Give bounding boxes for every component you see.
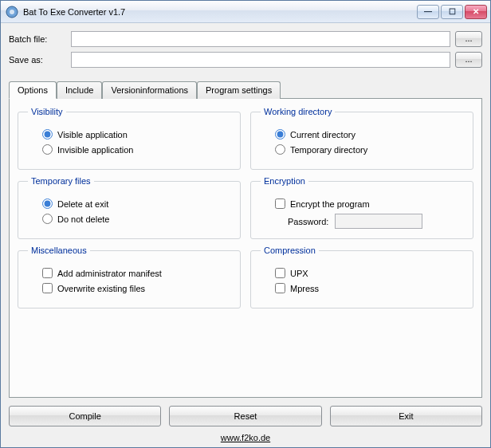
- radio-temp-dir-label: Temporary directory: [290, 145, 367, 155]
- check-upx-row[interactable]: UPX: [275, 268, 463, 278]
- check-admin-row[interactable]: Add administrator manifest: [42, 268, 230, 278]
- radio-visible-label: Visible application: [57, 130, 128, 140]
- group-workdir: Working directory Current directory Temp…: [250, 107, 473, 170]
- radio-current-dir[interactable]: [275, 129, 285, 140]
- radio-current-dir-label: Current directory: [290, 130, 355, 140]
- radio-keep-label: Do not delete: [57, 214, 109, 224]
- radio-delete-exit[interactable]: [42, 198, 53, 209]
- batch-file-label: Batch file:: [9, 34, 71, 44]
- radio-keep[interactable]: [42, 214, 53, 224]
- password-label: Password:: [288, 217, 328, 226]
- batch-file-input[interactable]: [71, 31, 450, 47]
- footer-link[interactable]: www.f2ko.de: [221, 433, 270, 442]
- window-title: Bat To Exe Converter v1.7: [23, 7, 417, 17]
- legend-visibility: Visibility: [28, 107, 66, 116]
- app-icon: [6, 6, 18, 18]
- bottom-buttons: Compile Reset Exit: [9, 406, 482, 426]
- tab-include[interactable]: Include: [57, 81, 102, 99]
- maximize-icon: ☐: [449, 8, 456, 16]
- radio-current-dir-row[interactable]: Current directory: [275, 129, 463, 140]
- group-tempfiles: Temporary files Delete at exit Do not de…: [18, 176, 241, 239]
- legend-compression: Compression: [261, 246, 319, 255]
- batch-file-browse-button[interactable]: ...: [455, 31, 482, 47]
- password-input[interactable]: [335, 214, 422, 229]
- minimize-icon: —: [424, 8, 432, 16]
- compile-button[interactable]: Compile: [9, 406, 161, 426]
- legend-encryption: Encryption: [261, 176, 308, 186]
- check-admin[interactable]: [42, 268, 53, 278]
- tab-program-settings[interactable]: Program settings: [197, 81, 281, 99]
- radio-visible[interactable]: [42, 129, 53, 140]
- check-overwrite[interactable]: [42, 283, 53, 293]
- window-controls: — ☐ ✕: [417, 5, 487, 19]
- password-row: Password:: [288, 214, 463, 229]
- radio-delete-exit-label: Delete at exit: [57, 199, 108, 209]
- close-icon: ✕: [473, 8, 479, 16]
- reset-button[interactable]: Reset: [169, 406, 321, 426]
- check-encrypt-row[interactable]: Encrypt the program: [275, 198, 463, 209]
- radio-invisible-row[interactable]: Invisible application: [42, 144, 230, 155]
- group-misc: Miscellaneous Add administrator manifest…: [18, 246, 241, 308]
- tabstrip: Options Include Versioninformations Prog…: [9, 81, 482, 98]
- save-as-input[interactable]: [71, 52, 450, 68]
- tab-versioninfo[interactable]: Versioninformations: [102, 81, 197, 99]
- svg-point-1: [10, 10, 14, 14]
- check-admin-label: Add administrator manifest: [57, 269, 162, 278]
- app-window: Bat To Exe Converter v1.7 — ☐ ✕ Batch fi…: [0, 0, 491, 448]
- group-visibility: Visibility Visible application Invisible…: [18, 107, 241, 170]
- radio-invisible-label: Invisible application: [57, 145, 133, 155]
- radio-keep-row[interactable]: Do not delete: [42, 214, 230, 224]
- legend-tempfiles: Temporary files: [28, 176, 94, 186]
- check-mpress-label: Mpress: [290, 284, 319, 293]
- group-compression: Compression UPX Mpress: [250, 246, 473, 308]
- footer: www.f2ko.de: [9, 433, 482, 442]
- check-encrypt[interactable]: [275, 198, 285, 209]
- save-as-label: Save as:: [9, 55, 71, 65]
- exit-button[interactable]: Exit: [330, 406, 482, 426]
- check-encrypt-label: Encrypt the program: [290, 199, 370, 209]
- save-as-browse-button[interactable]: ...: [455, 52, 482, 68]
- minimize-button[interactable]: —: [417, 5, 439, 19]
- tabpanel-options: Visibility Visible application Invisible…: [9, 98, 482, 398]
- legend-workdir: Working directory: [261, 107, 335, 116]
- radio-delete-exit-row[interactable]: Delete at exit: [42, 198, 230, 209]
- tab-options[interactable]: Options: [9, 81, 57, 99]
- radio-temp-dir-row[interactable]: Temporary directory: [275, 144, 463, 155]
- check-mpress-row[interactable]: Mpress: [275, 283, 463, 293]
- radio-invisible[interactable]: [42, 144, 53, 155]
- check-overwrite-label: Overwrite existing files: [57, 284, 145, 293]
- client-area: Batch file: ... Save as: ... Options Inc…: [1, 23, 490, 447]
- check-upx-label: UPX: [290, 269, 308, 278]
- close-button[interactable]: ✕: [465, 5, 487, 19]
- batch-file-row: Batch file: ...: [9, 31, 482, 47]
- check-overwrite-row[interactable]: Overwrite existing files: [42, 283, 230, 293]
- check-mpress[interactable]: [275, 283, 285, 293]
- legend-misc: Miscellaneous: [28, 246, 90, 255]
- save-as-row: Save as: ...: [9, 52, 482, 68]
- radio-temp-dir[interactable]: [275, 144, 285, 155]
- group-encryption: Encryption Encrypt the program Password:: [250, 176, 473, 239]
- check-upx[interactable]: [275, 268, 285, 278]
- maximize-button[interactable]: ☐: [441, 5, 463, 19]
- titlebar[interactable]: Bat To Exe Converter v1.7 — ☐ ✕: [1, 1, 490, 23]
- radio-visible-row[interactable]: Visible application: [42, 129, 230, 140]
